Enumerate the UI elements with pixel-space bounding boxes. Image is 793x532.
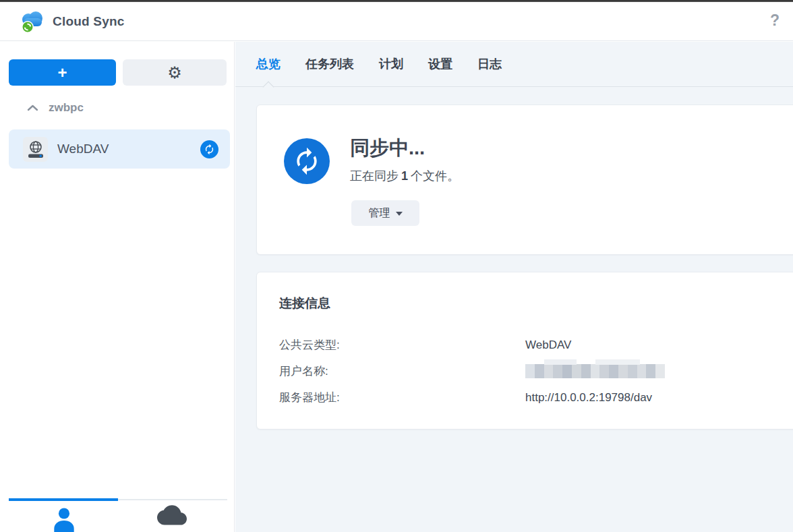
status-message-prefix: 正在同步 xyxy=(350,169,399,183)
person-icon xyxy=(50,505,78,532)
manage-dropdown-button[interactable]: 管理 xyxy=(351,200,419,226)
status-file-count: 1 xyxy=(399,169,411,183)
help-button[interactable]: ? xyxy=(766,11,784,30)
server-address-label: 服务器地址: xyxy=(279,390,525,405)
sync-status-card: 同步中... 正在同步1个文件。 管理 xyxy=(256,105,793,255)
cloud-type-label: 公共云类型: xyxy=(279,337,525,353)
table-row: 服务器地址: http://10.0.0.2:19798/dav xyxy=(279,384,772,411)
sidebar-tab-indicator xyxy=(0,498,234,501)
tab-overview[interactable]: 总览 xyxy=(256,56,281,72)
gear-icon: ⚙ xyxy=(167,65,182,81)
tab-schedule[interactable]: 计划 xyxy=(379,56,403,72)
syncing-icon xyxy=(284,138,330,184)
sidebar-item-webdav[interactable]: WebDAV xyxy=(9,129,230,169)
connection-info-card: 连接信息 公共云类型: WebDAV 用户名称: 服务器地址: http://1… xyxy=(256,272,793,430)
tab-log[interactable]: 日志 xyxy=(477,56,502,72)
cloud-sync-logo-icon xyxy=(19,10,46,33)
table-row: 公共云类型: WebDAV xyxy=(279,332,772,358)
cloud-sync-window: Cloud Sync ? + ⚙ zwbpc xyxy=(0,0,793,532)
settings-button[interactable]: ⚙ xyxy=(123,59,227,86)
status-title: 同步中... xyxy=(350,135,425,162)
add-task-button[interactable]: + xyxy=(9,59,116,86)
table-row: 用户名称: xyxy=(279,358,772,384)
tab-settings[interactable]: 设置 xyxy=(428,56,452,72)
app-title: Cloud Sync xyxy=(53,14,125,29)
task-name: WebDAV xyxy=(57,142,109,156)
tab-task-list[interactable]: 任务列表 xyxy=(305,56,354,72)
chevron-down-icon xyxy=(396,212,403,216)
active-tab-indicator xyxy=(9,498,118,501)
sidebar-tab-clouds[interactable] xyxy=(152,503,192,532)
connection-info-title: 连接信息 xyxy=(279,295,330,312)
manage-button-label: 管理 xyxy=(369,206,390,220)
server-address-value: http://10.0.0.2:19798/dav xyxy=(525,391,652,405)
sidebar-tab-accounts[interactable] xyxy=(44,505,84,532)
sidebar-group-header[interactable]: zwbpc xyxy=(27,101,84,115)
connection-info-rows: 公共云类型: WebDAV 用户名称: 服务器地址: http://10.0.0… xyxy=(279,332,772,411)
app-header: Cloud Sync ? xyxy=(0,2,793,41)
main-panel: 总览 任务列表 计划 设置 日志 同步中... 正在同步1个文件。 管理 xyxy=(235,42,793,532)
status-message: 正在同步1个文件。 xyxy=(350,168,459,184)
tab-indicator-track xyxy=(118,499,227,500)
webdav-server-icon xyxy=(23,137,48,162)
tab-bar: 总览 任务列表 计划 设置 日志 xyxy=(235,42,793,87)
redacted-username-value xyxy=(525,364,665,378)
cloud-icon xyxy=(157,503,187,526)
sidebar: + ⚙ zwbpc WebDAV xyxy=(0,42,235,532)
cloud-type-value: WebDAV xyxy=(525,338,571,352)
status-message-suffix: 个文件。 xyxy=(411,169,459,183)
sidebar-button-row: + ⚙ xyxy=(9,59,227,86)
chevron-up-icon xyxy=(27,105,38,111)
sync-status-icon xyxy=(200,140,218,158)
active-tab-notch xyxy=(263,82,274,93)
group-name: zwbpc xyxy=(49,101,84,115)
username-label: 用户名称: xyxy=(279,363,525,379)
